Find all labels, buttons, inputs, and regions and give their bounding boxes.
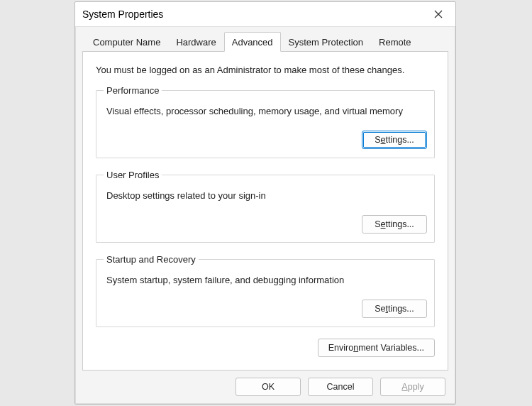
tab-advanced[interactable]: Advanced: [224, 32, 281, 52]
user-profiles-legend: User Profiles: [104, 170, 162, 180]
user-profiles-group: User Profiles Desktop settings related t…: [96, 170, 435, 243]
apply-button[interactable]: Apply: [380, 378, 445, 396]
tab-computer-name[interactable]: Computer Name: [85, 32, 168, 52]
titlebar: System Properties: [75, 2, 455, 26]
advanced-panel: You must be logged on as an Administrato…: [82, 51, 448, 371]
tab-hardware[interactable]: Hardware: [168, 32, 223, 52]
performance-settings-button[interactable]: Settings...: [362, 131, 427, 149]
ok-button[interactable]: OK: [235, 378, 301, 396]
dialog-footer: OK Cancel Apply: [78, 371, 453, 396]
tab-strip: Computer Name Hardware Advanced System P…: [78, 31, 453, 51]
cancel-button[interactable]: Cancel: [308, 378, 373, 396]
startup-recovery-settings-button[interactable]: Settings...: [362, 300, 427, 318]
user-profiles-settings-button[interactable]: Settings...: [362, 215, 427, 234]
performance-legend: Performance: [104, 85, 162, 96]
admin-note: You must be logged on as an Administrato…: [96, 65, 435, 75]
tab-remote[interactable]: Remote: [371, 32, 419, 52]
startup-recovery-group: Startup and Recovery System startup, sys…: [96, 254, 435, 327]
system-properties-dialog: System Properties Computer Name Hardware…: [74, 1, 456, 405]
close-icon[interactable]: [428, 4, 448, 24]
user-profiles-desc: Desktop settings related to your sign-in: [106, 190, 427, 201]
startup-recovery-legend: Startup and Recovery: [104, 254, 199, 265]
environment-variables-button[interactable]: Environment Variables...: [318, 339, 435, 357]
window-title: System Properties: [82, 9, 163, 20]
startup-recovery-desc: System startup, system failure, and debu…: [106, 275, 427, 285]
performance-group: Performance Visual effects, processor sc…: [96, 85, 435, 158]
content-area: Computer Name Hardware Advanced System P…: [75, 26, 455, 404]
performance-desc: Visual effects, processor scheduling, me…: [106, 106, 427, 116]
tab-system-protection[interactable]: System Protection: [281, 32, 372, 52]
